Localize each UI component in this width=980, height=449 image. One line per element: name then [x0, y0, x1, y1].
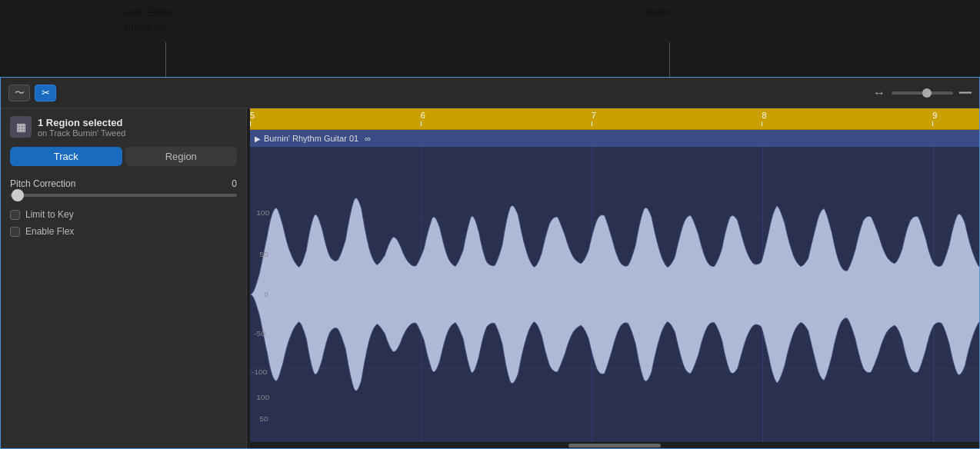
ruler-label: 9: [932, 111, 937, 120]
region-header-bar: ▶ Burnin' Rhythm Guitar 01 ∞: [250, 130, 979, 147]
ruler-mark: 6: [421, 111, 425, 126]
svg-text:100: 100: [256, 209, 269, 217]
limit-to-key-checkbox[interactable]: [10, 210, 20, 220]
audio-editor-annotation: Audio Editor menu bar: [119, 6, 174, 34]
enable-flex-checkbox[interactable]: [10, 227, 20, 237]
limit-to-key-label: Limit to Key: [25, 209, 74, 220]
toolbar-right: ↔ ━━: [873, 86, 972, 100]
pitch-value: 0: [232, 178, 237, 189]
ruler-label: 8: [762, 111, 766, 120]
ruler-markers: 5 6 7 8 9: [250, 108, 979, 128]
ruler-mark: 7: [592, 111, 596, 126]
limit-to-key-row: Limit to Key: [10, 209, 237, 220]
enable-flex-row: Enable Flex: [10, 226, 237, 237]
ruler-label: 6: [421, 111, 425, 120]
waveform-view-button[interactable]: 〜: [8, 85, 30, 101]
region-icon: ▦: [10, 116, 32, 138]
svg-text:50: 50: [259, 415, 268, 423]
waveform-icon: 〜: [15, 86, 25, 100]
svg-text:-100: -100: [252, 368, 267, 376]
ruler: 5 6 7 8 9: [250, 108, 979, 130]
svg-text:-50: -50: [254, 330, 265, 338]
ruler-label: 5: [250, 111, 255, 120]
zoom-thumb: [922, 88, 932, 98]
toolbar-left: 〜 ✂: [8, 85, 56, 101]
right-area: 5 6 7 8 9 ▶ Burnin' Rhythm Guitar 01 ∞: [250, 108, 979, 448]
waveform-display: ▶ Burnin' Rhythm Guitar 01 ∞: [250, 130, 979, 442]
app-container: 〜 ✂ ↔ ━━ ▦ 1 Region selected on Trac: [0, 77, 980, 449]
waveform-scrollbar[interactable]: [250, 442, 979, 448]
pitch-header: Pitch Correction 0: [10, 178, 237, 189]
ruler-mark: 5: [250, 111, 255, 126]
region-text: 1 Region selected on Track Burnin' Tweed: [38, 117, 125, 138]
ruler-mark: 9: [932, 111, 937, 126]
region-play-icon[interactable]: ▶: [255, 135, 261, 143]
pitch-slider-thumb: [12, 189, 24, 201]
ruler-tick: [250, 121, 251, 126]
audio-editor-annotation-line: [165, 42, 166, 81]
region-title: 1 Region selected: [38, 117, 125, 128]
main-content: ▦ 1 Region selected on Track Burnin' Twe…: [1, 108, 979, 448]
tab-region[interactable]: Region: [125, 147, 238, 166]
waveform-canvas: 100 50 0 -50 -100 100 50: [250, 147, 979, 442]
ruler-tick: [421, 121, 422, 126]
region-subtitle: on Track Burnin' Tweed: [38, 128, 125, 138]
pitch-slider[interactable]: [10, 194, 237, 197]
scissors-icon: ✂: [42, 87, 50, 98]
audio-editor-menubar: 〜 ✂ ↔ ━━: [1, 78, 979, 108]
ruler-label: 7: [592, 111, 596, 120]
fit-arrows-icon: ↔: [873, 86, 885, 100]
pitch-label: Pitch Correction: [10, 178, 75, 189]
region-loop-icon: ∞: [365, 134, 371, 143]
ruler-annotation: Ruler: [646, 6, 670, 18]
ruler-tick: [932, 121, 933, 126]
scissors-button[interactable]: ✂: [35, 85, 56, 101]
svg-text:0: 0: [264, 290, 268, 298]
ruler-tick: [762, 121, 762, 126]
zoom-line-icon: ━━: [959, 87, 972, 98]
enable-flex-label: Enable Flex: [25, 226, 74, 237]
left-panel: ▦ 1 Region selected on Track Burnin' Twe…: [1, 108, 247, 448]
ruler-tick: [592, 121, 592, 126]
ruler-mark: 8: [762, 111, 766, 126]
svg-text:50: 50: [259, 250, 268, 258]
waveform-svg: 100 50 0 -50 -100 100 50: [250, 147, 979, 442]
region-name-label: Burnin' Rhythm Guitar 01: [264, 134, 358, 143]
svg-text:100: 100: [256, 393, 269, 401]
zoom-slider[interactable]: [892, 91, 953, 95]
pitch-correction-section: Pitch Correction 0: [10, 178, 237, 200]
scrollbar-thumb[interactable]: [568, 444, 661, 447]
tab-row: Track Region: [10, 147, 237, 166]
region-info: ▦ 1 Region selected on Track Burnin' Twe…: [10, 116, 237, 138]
tab-track[interactable]: Track: [10, 147, 122, 166]
